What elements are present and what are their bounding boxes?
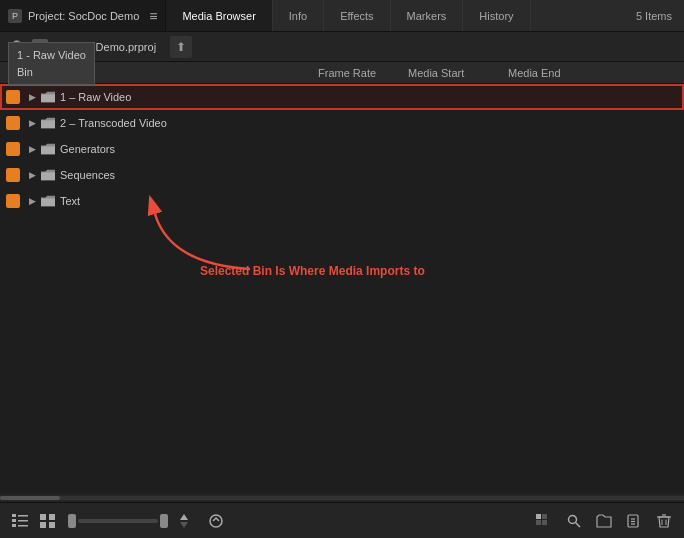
grid-view-toggle-button[interactable] [532, 509, 556, 533]
project-tab-menu-icon[interactable]: ≡ [149, 8, 157, 24]
file-list: ▶ 1 – Raw Video ▶ 2 – Transcoded Video ▶ [0, 84, 684, 214]
table-row[interactable]: ▶ Sequences [0, 162, 684, 188]
folder-icon [40, 141, 56, 157]
row-label: Text [60, 195, 678, 207]
svg-rect-17 [542, 520, 547, 525]
breadcrumb-line2: Bin [17, 64, 86, 81]
breadcrumb-tooltip: 1 - Raw Video Bin [8, 42, 95, 85]
scrollbar-thumb[interactable] [0, 496, 60, 500]
table-row[interactable]: ▶ Text [0, 188, 684, 214]
svg-rect-5 [18, 520, 28, 522]
svg-rect-6 [18, 525, 28, 527]
row-color-bar [6, 142, 20, 156]
svg-rect-15 [542, 514, 547, 519]
expand-arrow-icon[interactable]: ▶ [24, 167, 40, 183]
zoom-slider-track[interactable] [78, 519, 158, 523]
scrollbar-track [0, 496, 684, 500]
new-item-button[interactable] [622, 509, 646, 533]
row-color-bar [6, 116, 20, 130]
project-tab-icon: P [8, 9, 22, 23]
scrollbar-container[interactable] [0, 494, 684, 502]
zoom-slider-left[interactable] [68, 514, 76, 528]
folder-icon [40, 115, 56, 131]
zoom-slider[interactable] [68, 514, 168, 528]
col-frame-rate-header[interactable]: Frame Rate [318, 67, 408, 79]
table-row[interactable]: ▶ 2 – Transcoded Video [0, 110, 684, 136]
folder-icon [40, 193, 56, 209]
column-header: Name ▲ Frame Rate Media Start Media End [0, 62, 684, 84]
bottom-toolbar [0, 502, 684, 538]
expand-arrow-icon[interactable]: ▶ [24, 89, 40, 105]
row-label: 1 – Raw Video [60, 91, 678, 103]
svg-rect-16 [536, 520, 541, 525]
svg-point-18 [569, 515, 577, 523]
annotation-text: Selected Bin Is Where Media Imports to [200, 264, 425, 278]
tab-markers[interactable]: Markers [391, 0, 464, 31]
automate-button[interactable] [204, 509, 228, 533]
table-row[interactable]: ▶ Generators [0, 136, 684, 162]
breadcrumb-line1: 1 - Raw Video [17, 47, 86, 64]
svg-rect-1 [12, 514, 16, 517]
list-view-button[interactable] [8, 509, 32, 533]
expand-arrow-icon[interactable]: ▶ [24, 193, 40, 209]
svg-marker-12 [180, 522, 188, 528]
icon-view-button[interactable] [36, 509, 60, 533]
sort-ascending-button[interactable] [176, 509, 200, 533]
tab-media-browser[interactable]: Media Browser [166, 0, 272, 31]
project-tab[interactable]: P Project: SocDoc Demo ≡ [0, 0, 166, 31]
svg-rect-4 [18, 515, 28, 517]
zoom-slider-right[interactable] [160, 514, 168, 528]
row-label: Sequences [60, 169, 678, 181]
table-row[interactable]: ▶ 1 – Raw Video [0, 84, 684, 110]
tab-bar: P Project: SocDoc Demo ≡ Media Browser I… [0, 0, 684, 32]
svg-point-13 [210, 515, 222, 527]
svg-rect-14 [536, 514, 541, 519]
svg-line-19 [576, 522, 581, 527]
svg-rect-7 [40, 514, 46, 520]
svg-rect-3 [12, 524, 16, 527]
svg-rect-10 [49, 522, 55, 528]
tab-info[interactable]: Info [273, 0, 324, 31]
tab-history[interactable]: History [463, 0, 530, 31]
svg-rect-9 [40, 522, 46, 528]
project-tab-label: Project: SocDoc Demo [28, 10, 139, 22]
svg-rect-2 [12, 519, 16, 522]
right-toolbar-icons [532, 509, 676, 533]
annotation-overlay: Selected Bin Is Where Media Imports to [0, 214, 684, 374]
folder-icon [40, 89, 56, 105]
row-label: Generators [60, 143, 678, 155]
row-color-bar [6, 168, 20, 182]
folder-icon [40, 167, 56, 183]
project-row: 🔍 ▣ SocDoc Demo.prproj ⬆ [0, 32, 684, 62]
col-media-start-header[interactable]: Media Start [408, 67, 508, 79]
annotation-arrow-svg [140, 204, 260, 274]
items-count: 5 Items [636, 10, 684, 22]
new-folder-button[interactable]: ⬆ [170, 36, 192, 58]
svg-rect-8 [49, 514, 55, 520]
find-button[interactable] [562, 509, 586, 533]
expand-arrow-icon[interactable]: ▶ [24, 141, 40, 157]
row-color-bar [6, 194, 20, 208]
delete-button[interactable] [652, 509, 676, 533]
expand-arrow-icon[interactable]: ▶ [24, 115, 40, 131]
svg-marker-11 [180, 514, 188, 520]
row-label: 2 – Transcoded Video [60, 117, 678, 129]
tab-effects[interactable]: Effects [324, 0, 390, 31]
col-media-end-header[interactable]: Media End [508, 67, 676, 79]
new-bin-button[interactable] [592, 509, 616, 533]
row-color-bar [6, 90, 20, 104]
